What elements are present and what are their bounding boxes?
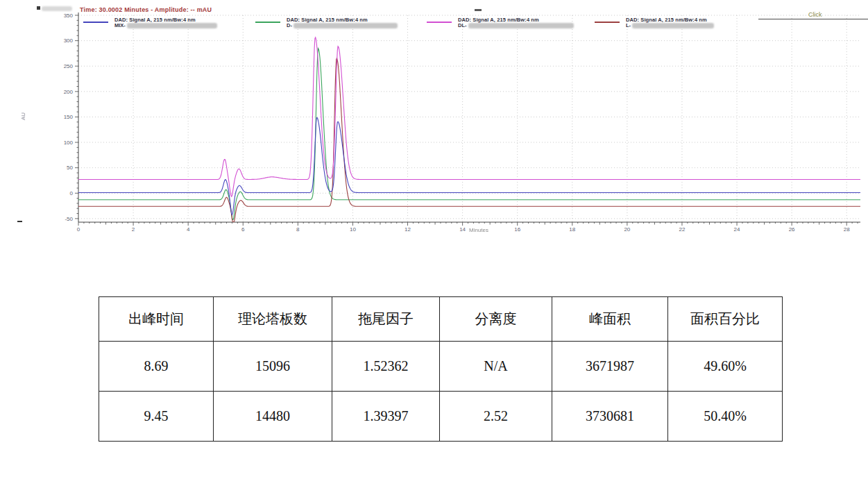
legend-sample-prefix: DL- <box>458 23 467 28</box>
redacted-sample-name <box>632 23 714 28</box>
y-tick-label: 350 <box>64 12 74 19</box>
cell-area-percent: 50.40% <box>668 392 783 442</box>
trace-dl <box>78 37 860 196</box>
legend-entry-dl: DAD: Signal A, 215 nm/Bw:4 nmDL- <box>458 17 574 28</box>
header-peak-time: 出峰时间 <box>99 297 214 342</box>
header-plates: 理论塔板数 <box>214 297 332 342</box>
legend-entry-l: DAD: Signal A, 215 nm/Bw:4 nmL- <box>626 17 714 28</box>
minimize-mark <box>475 9 482 11</box>
peak-results-region: 出峰时间 理论塔板数 拖尾因子 分离度 峰面积 面积百分比 8.69 15096… <box>99 296 783 442</box>
y-tick-label: 250 <box>64 63 74 69</box>
margin-mark <box>17 221 22 222</box>
redacted-sample-name <box>293 23 398 28</box>
legend-signal-label: DAD: Signal A, 215 nm/Bw:4 nm <box>287 17 398 23</box>
x-tick-label: 20 <box>624 226 630 233</box>
chromatogram-plot: -500501001502002503003500246810121416182… <box>0 0 868 250</box>
legend-sample-label: L- <box>626 23 714 28</box>
x-tick-label: 26 <box>789 226 795 233</box>
trace-d <box>78 49 860 220</box>
x-tick-label: 22 <box>679 226 686 233</box>
redacted-sample-name <box>127 23 217 28</box>
header-peak-area: 峰面积 <box>552 297 668 342</box>
cell-peak-area: 3671987 <box>552 342 668 392</box>
trace-l <box>78 58 860 221</box>
legend-sample-prefix: L- <box>626 23 631 28</box>
cell-tailing: 1.52362 <box>332 342 440 392</box>
x-tick-label: 18 <box>569 226 575 233</box>
y-axis-label: AU <box>20 112 26 120</box>
screenshot-root: -500501001502002503003500246810121416182… <box>0 0 868 495</box>
cell-peak-time: 8.69 <box>99 342 214 392</box>
x-axis-label: Minutes <box>458 227 500 233</box>
x-tick-label: 4 <box>187 226 190 233</box>
cell-peak-time: 9.45 <box>99 392 214 442</box>
peak-results-table: 出峰时间 理论塔板数 拖尾因子 分离度 峰面积 面积百分比 8.69 15096… <box>99 296 783 442</box>
x-tick-label: 24 <box>734 226 740 233</box>
legend-swatch-mix <box>83 22 108 23</box>
click-link[interactable]: Click <box>808 11 822 18</box>
chromatogram-panel: -500501001502002503003500246810121416182… <box>0 0 868 250</box>
table-header-row: 出峰时间 理论塔板数 拖尾因子 分离度 峰面积 面积百分比 <box>99 297 783 342</box>
trace-mix <box>78 117 860 215</box>
legend-sample-prefix: MIX- <box>114 23 126 28</box>
y-tick-label: 300 <box>64 37 74 44</box>
cell-resolution: N/A <box>440 342 552 392</box>
y-tick-label: 100 <box>64 140 74 146</box>
x-tick-label: 2 <box>132 226 135 233</box>
header-tailing: 拖尾因子 <box>332 297 440 342</box>
y-tick-label: 200 <box>64 89 74 95</box>
redacted-sample-name <box>468 23 574 28</box>
top-right-divider <box>758 19 868 19</box>
cell-area-percent: 49.60% <box>668 342 783 392</box>
legend-signal-label: DAD: Signal A, 215 nm/Bw:4 nm <box>114 17 217 23</box>
x-tick-label: 0 <box>77 226 80 233</box>
y-tick-label: 0 <box>70 190 74 196</box>
chart-title: Time: 30.0002 Minutes - Amplitude: -- mA… <box>80 6 212 13</box>
legend-signal-label: DAD: Signal A, 215 nm/Bw:4 nm <box>458 17 574 23</box>
legend-entry-d: DAD: Signal A, 215 nm/Bw:4 nmD- <box>287 17 398 28</box>
cell-peak-area: 3730681 <box>552 392 668 442</box>
legend-sample-prefix: D- <box>287 23 292 28</box>
x-tick-label: 28 <box>844 226 850 233</box>
legend-entry-mix: DAD: Signal A, 215 nm/Bw:4 nmMIX- <box>114 17 217 28</box>
legend-swatch-dl <box>427 22 452 23</box>
x-tick-label: 8 <box>296 226 300 233</box>
cell-plates: 15096 <box>214 342 332 392</box>
legend-signal-label: DAD: Signal A, 215 nm/Bw:4 nm <box>626 17 714 23</box>
table-row: 9.45 14480 1.39397 2.52 3730681 50.40% <box>99 392 783 442</box>
y-tick-label: -50 <box>65 216 73 222</box>
legend-swatch-d <box>255 22 280 23</box>
x-tick-label: 12 <box>405 226 411 233</box>
toolbar-mark <box>37 6 40 10</box>
y-tick-label: 150 <box>64 114 74 120</box>
cell-plates: 14480 <box>214 392 332 442</box>
table-row: 8.69 15096 1.52362 N/A 3671987 49.60% <box>99 342 783 392</box>
x-tick-label: 16 <box>514 226 520 233</box>
header-resolution: 分离度 <box>440 297 552 342</box>
header-area-percent: 面积百分比 <box>668 297 783 342</box>
cell-tailing: 1.39397 <box>332 392 440 442</box>
legend-sample-label: MIX- <box>114 23 217 28</box>
redacted-smudge <box>42 6 72 11</box>
cell-resolution: 2.52 <box>440 392 552 442</box>
legend-sample-label: D- <box>287 23 398 28</box>
legend-swatch-l <box>595 22 620 23</box>
x-tick-label: 6 <box>241 226 245 233</box>
y-tick-label: 50 <box>67 165 73 171</box>
x-tick-label: 10 <box>350 226 356 233</box>
legend-sample-label: DL- <box>458 23 574 28</box>
